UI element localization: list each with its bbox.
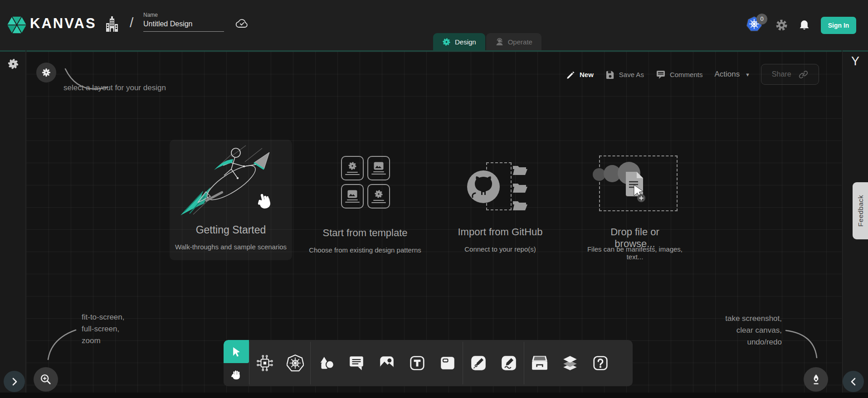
share-button[interactable]: Share — [761, 64, 819, 85]
note-line: full-screen, — [82, 323, 124, 335]
zoom-button[interactable] — [34, 367, 58, 392]
settings-gear-icon[interactable] — [775, 19, 788, 31]
bottom-right-note: take screenshot, clear canvas, undo/redo — [707, 313, 782, 348]
plus-badge-icon — [637, 194, 645, 202]
tab-design[interactable]: Design — [433, 33, 485, 50]
operate-headset-icon — [495, 38, 504, 46]
tab-operate-label: Operate — [508, 38, 532, 46]
notifications-bell-icon[interactable] — [799, 19, 810, 31]
card-subtitle: Choose from existing design patterns — [300, 246, 430, 254]
image-tool-button[interactable] — [371, 340, 402, 386]
note-tool-icon — [439, 354, 456, 372]
card-title: Getting Started — [170, 224, 292, 236]
layers-icon — [561, 354, 579, 372]
comment-tool-icon — [348, 354, 365, 372]
pen-tool-button[interactable] — [463, 340, 493, 386]
start-from-template-card[interactable] — [341, 156, 390, 209]
tab-operate[interactable]: Operate — [486, 33, 541, 50]
pencil-tool-button[interactable] — [493, 340, 524, 386]
collapse-panel-button[interactable] — [843, 371, 864, 392]
note-tool-button[interactable] — [432, 340, 463, 386]
help-tool-button[interactable] — [585, 340, 615, 386]
spiral-icon — [348, 161, 357, 170]
chevron-down-icon: ▾ — [746, 71, 749, 78]
new-button[interactable]: New — [566, 70, 594, 79]
canvas-toolbar: New Save As Comments Actions ▾ Share — [566, 63, 819, 85]
bottom-strip — [0, 393, 868, 398]
note-line: take screenshot, — [707, 313, 782, 325]
save-as-label: Save As — [619, 71, 644, 78]
share-link-icon — [799, 70, 808, 79]
tile-line — [371, 174, 386, 175]
note-line: zoom — [82, 335, 124, 347]
layout-hint-text: select a layout for your design — [63, 83, 166, 92]
breadcrumb-separator: / — [130, 15, 133, 30]
save-floppy-icon — [605, 70, 615, 79]
folder-icon — [512, 199, 528, 211]
pan-hand-icon — [230, 369, 243, 381]
comment-tool-button[interactable] — [341, 340, 371, 386]
save-as-button[interactable]: Save As — [605, 70, 644, 79]
pen-nib-icon — [810, 374, 822, 386]
pencil-tool-icon — [500, 354, 517, 372]
tile-line — [345, 202, 360, 203]
card-subtitle: Files can be manifests, images, text... — [585, 245, 685, 261]
spiral-icon — [374, 189, 383, 199]
design-name-value[interactable]: Untitled Design — [143, 20, 224, 32]
template-tile — [367, 156, 390, 180]
tools-toolbar — [224, 340, 633, 386]
sign-in-button[interactable]: Sign In — [821, 17, 856, 34]
folder-icon — [512, 164, 528, 176]
feedback-tab[interactable]: Feedback — [853, 182, 868, 239]
card-subtitle: Connect to your repo(s) — [459, 245, 541, 253]
chip-node-icon — [256, 354, 273, 372]
kanvas-logo-icon — [6, 14, 27, 36]
bottom-left-note: fit-to-screen, full-screen, zoom — [82, 311, 124, 347]
actions-dropdown[interactable]: Actions ▾ — [714, 70, 749, 79]
template-tile — [367, 184, 390, 209]
select-tool-button[interactable] — [224, 340, 249, 363]
github-octocat-icon[interactable] — [466, 170, 501, 204]
image-tool-icon — [378, 354, 395, 372]
image-icon — [374, 162, 384, 170]
pen-mode-button[interactable] — [804, 367, 828, 392]
chevron-left-icon — [850, 377, 857, 386]
ai-sparkle-icon — [41, 68, 51, 78]
mode-tabs: Design Operate — [433, 33, 541, 50]
folder-icon — [512, 182, 528, 194]
new-label: New — [580, 71, 594, 78]
tile-line — [345, 174, 360, 175]
hand-pointer-cursor-icon — [255, 192, 273, 212]
note-line: undo/redo — [707, 336, 782, 348]
pencil-new-icon — [566, 70, 575, 79]
loading-spiral-icon — [7, 58, 19, 70]
text-tool-button[interactable] — [402, 340, 432, 386]
kubernetes-wheel-icon — [287, 354, 304, 372]
shapes-tool-button[interactable] — [311, 340, 341, 386]
kubernetes-tool-button[interactable] — [280, 340, 310, 386]
kubernetes-credits-button[interactable]: 0 — [746, 16, 765, 34]
help-icon — [592, 354, 609, 372]
card-title[interactable]: Import from GitHub — [455, 226, 546, 238]
drawer-tool-button[interactable] — [524, 340, 555, 386]
pointer-tools-cell — [224, 340, 249, 386]
expand-panel-button[interactable] — [4, 371, 25, 392]
node-tool-button[interactable] — [249, 340, 280, 386]
comments-button[interactable]: Comments — [656, 69, 703, 79]
bottom-left-arrow — [43, 323, 84, 366]
comments-label: Comments — [670, 71, 703, 78]
tile-line — [347, 172, 358, 173]
pan-tool-button[interactable] — [224, 363, 249, 386]
app-logo-text: KANVAS — [30, 15, 97, 32]
layers-tool-button[interactable] — [555, 340, 585, 386]
credits-badge: 0 — [756, 14, 767, 24]
layout-suggest-button[interactable] — [36, 63, 56, 83]
feedback-label: Feedback — [857, 195, 864, 227]
comments-bubble-icon — [656, 69, 666, 79]
tile-line — [373, 171, 384, 172]
card-title[interactable]: Start from template — [305, 227, 425, 239]
right-edge-logo: Y — [843, 54, 868, 68]
text-tool-icon — [409, 354, 426, 372]
organization-building-icon — [105, 15, 119, 34]
design-name-field[interactable]: Name Untitled Design — [143, 12, 224, 32]
